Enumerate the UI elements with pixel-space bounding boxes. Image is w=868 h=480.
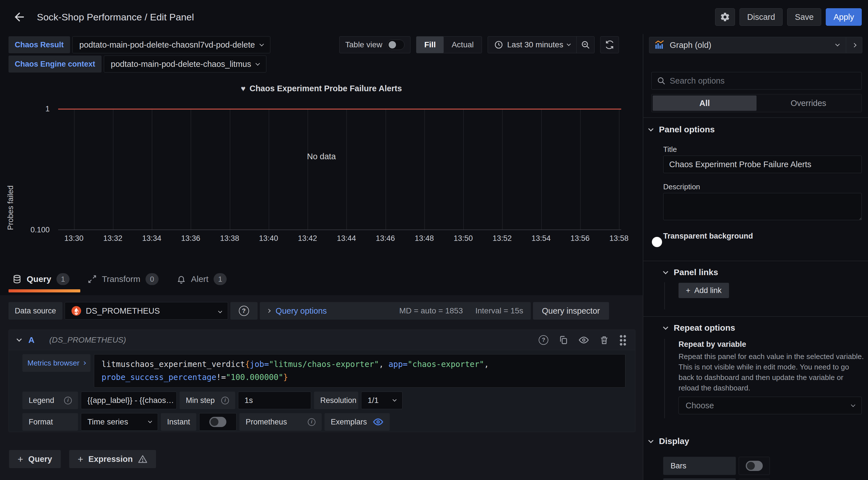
tab-count-badge: 1 (57, 273, 69, 285)
y-tick-1: 1 (11, 105, 50, 113)
display-section-header[interactable]: Display (649, 436, 689, 446)
info-icon: i (221, 397, 229, 404)
x-tick-label: 13:44 (337, 234, 356, 243)
data-source-row: Data source DS_PROMETHEUS ? Query option… (8, 302, 609, 320)
promql-line-1: litmuschaos_experiment_verdict{job="litm… (101, 358, 618, 371)
query-options-label: Query options (276, 306, 327, 316)
filter-tab-all[interactable]: All (653, 96, 756, 111)
actual-option[interactable]: Actual (444, 37, 482, 53)
table-view-toggle[interactable] (387, 40, 404, 50)
bell-icon (177, 275, 186, 284)
panel-description-textarea[interactable] (663, 193, 862, 220)
section-title: Panel links (674, 268, 718, 277)
help-icon[interactable]: ? (539, 335, 548, 345)
x-tick-label: 13:50 (454, 234, 473, 243)
search-icon (657, 76, 666, 85)
variable-value: podtato-main-pod-delete-chaosnl7vd-pod-d… (80, 40, 255, 49)
panel-title-input[interactable] (663, 156, 862, 173)
query-card-header[interactable]: A (DS_PROMETHEUS) ? (9, 330, 635, 350)
expression-row: Metrics browser litmuschaos_experiment_v… (23, 354, 625, 388)
panel-links-header[interactable]: Panel links (664, 268, 718, 277)
time-range-button[interactable]: Last 30 minutes (488, 37, 577, 53)
tab-label: Alert (191, 274, 209, 284)
query-footer-buttons: + Query + Expression (9, 450, 156, 468)
prometheus-type-label: Prometheusi (240, 413, 322, 431)
variable-value: podtato-main-pod-delete-chaos_litmus (111, 60, 251, 69)
repeat-by-variable-label: Repeat by variable (679, 340, 746, 349)
query-inspector-button[interactable]: Query inspector (533, 302, 609, 320)
transform-icon (88, 275, 97, 284)
bars-toggle-box (739, 457, 770, 475)
legend-input[interactable]: {{app_label}} - {{chaos… (81, 391, 177, 409)
back-arrow-icon[interactable] (12, 10, 27, 24)
tab-query[interactable]: Query 1 (8, 269, 73, 289)
variable-select-chaos-result[interactable]: podtato-main-pod-delete-chaosnl7vd-pod-d… (72, 36, 270, 53)
gridline (269, 109, 269, 230)
tab-transform[interactable]: Transform 0 (84, 269, 162, 289)
save-button[interactable]: Save (787, 8, 821, 26)
metrics-browser-button[interactable]: Metrics browser (23, 354, 91, 372)
time-range-label: Last 30 minutes (507, 40, 563, 49)
exemplars-eye-icon[interactable] (373, 416, 383, 427)
gridline (346, 109, 347, 230)
variable-select-chaos-engine[interactable]: podtato-main-pod-delete-chaos_litmus (104, 56, 267, 72)
tab-count-badge: 1 (214, 273, 227, 285)
help-icon: ? (239, 306, 249, 316)
chevron-right-icon (267, 309, 271, 313)
fill-option[interactable]: Fill (416, 37, 444, 53)
query-options-bar[interactable]: Query options MD = auto = 1853 Interval … (260, 302, 531, 320)
visualization-picker[interactable]: Graph (old) (649, 37, 862, 53)
header-bar: Sock-Shop Performance / Edit Panel Disca… (0, 0, 868, 34)
trash-icon[interactable] (599, 335, 609, 345)
x-tick-label: 13:36 (181, 234, 200, 243)
data-source-help-button[interactable]: ? (230, 302, 257, 320)
chart-plot-area[interactable] (58, 109, 621, 230)
discard-button[interactable]: Discard (740, 8, 783, 26)
gridline (424, 109, 425, 230)
apply-button[interactable]: Apply (826, 8, 862, 26)
tab-alert[interactable]: Alert 1 (173, 269, 230, 289)
duplicate-icon[interactable] (559, 335, 568, 345)
plus-icon: + (18, 454, 23, 465)
visualization-name: Graph (old) (670, 40, 711, 50)
drag-handle-icon[interactable] (619, 334, 627, 346)
repeat-options-header[interactable]: Repeat options (664, 323, 735, 333)
data-source-value: DS_PROMETHEUS (86, 306, 160, 316)
add-link-button[interactable]: + Add link (679, 283, 729, 298)
zoom-out-button[interactable] (577, 37, 594, 53)
section-divider (643, 261, 868, 261)
bars-toggle[interactable] (746, 461, 763, 471)
variable-label-chaos-engine: Chaos Engine context (8, 56, 101, 72)
search-input[interactable] (670, 76, 856, 85)
section-divider (643, 316, 868, 317)
query-card-actions: ? (539, 334, 627, 346)
toggle-knob (211, 418, 218, 426)
min-step-label: Min stepi (180, 391, 235, 409)
instant-toggle[interactable] (209, 417, 226, 427)
instant-label: Instant (161, 413, 196, 431)
panel-settings-button[interactable] (715, 8, 735, 26)
add-query-button[interactable]: + Query (9, 450, 61, 468)
add-expression-button[interactable]: + Expression (69, 450, 156, 468)
min-step-input[interactable]: 1s (238, 391, 311, 409)
x-gridlines (58, 109, 621, 230)
format-select[interactable]: Time series (81, 413, 158, 431)
promql-editor[interactable]: litmuschaos_experiment_verdict{job="litm… (94, 354, 625, 388)
data-source-select[interactable]: DS_PROMETHEUS (65, 302, 228, 320)
interval: Interval = 15s (475, 306, 523, 315)
refresh-button[interactable] (600, 36, 619, 53)
resolution-select[interactable]: 1/1 (361, 391, 403, 409)
gridline (113, 109, 114, 230)
x-tick-label: 13:54 (532, 234, 551, 243)
chevron-right-icon (82, 361, 86, 365)
query-options-stats: MD = auto = 1853 Interval = 15s (399, 306, 523, 315)
eye-icon[interactable] (578, 335, 589, 345)
panel-options-header[interactable]: Panel options (649, 125, 715, 134)
filter-tab-overrides[interactable]: Overrides (756, 96, 860, 111)
options-filter-tabs: All Overrides (651, 94, 862, 112)
x-tick-label: 13:40 (259, 234, 278, 243)
toggle-knob (652, 237, 662, 247)
repeat-variable-select[interactable]: Choose (679, 397, 862, 414)
expand-options-button[interactable] (846, 37, 862, 53)
add-expression-label: Expression (89, 454, 133, 464)
